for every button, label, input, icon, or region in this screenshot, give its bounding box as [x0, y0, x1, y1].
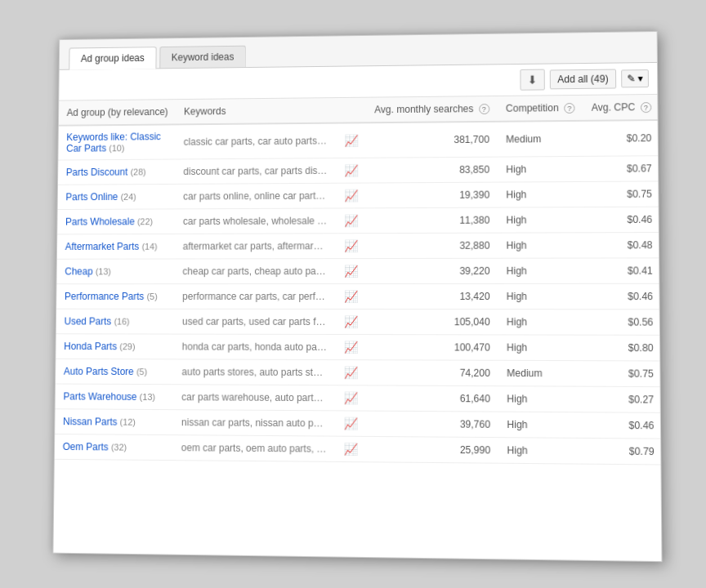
group-name-cell: Parts Warehouse (13) — [56, 384, 174, 410]
group-name-cell: Used Parts (16) — [56, 309, 175, 334]
group-name-link[interactable]: Parts Discount (28) — [66, 167, 146, 178]
keywords-cell: oem car parts, oem auto parts, oem pa... — [173, 435, 336, 462]
competition-cell: High — [498, 412, 585, 438]
table-row: Parts Online (24) car parts online, onli… — [58, 181, 661, 210]
chart-cell: 📈 — [336, 309, 366, 334]
download-button[interactable]: ⬇ — [521, 69, 545, 91]
monthly-searches-cell: 83,850 — [366, 157, 498, 183]
header-competition: Competition ? — [498, 96, 583, 122]
chart-icon[interactable]: 📈 — [344, 239, 358, 252]
group-name-link[interactable]: Parts Wholesale (22) — [65, 216, 153, 227]
cpc-cell: $0.46 — [584, 283, 660, 309]
monthly-searches-cell: 39,220 — [366, 258, 498, 283]
chart-cell: 📈 — [336, 183, 366, 208]
cpc-cell: $0.67 — [583, 156, 660, 182]
group-name-link[interactable]: Honda Parts (29) — [64, 341, 135, 352]
header-keywords: Keywords — [176, 98, 337, 124]
group-name-cell: Nissan Parts (12) — [55, 409, 173, 435]
main-window: Ad group ideas Keyword ideas ⬇ Add all (… — [52, 31, 662, 562]
chart-icon[interactable]: 📈 — [344, 290, 358, 303]
cpc-cell: $0.46 — [585, 412, 660, 439]
chart-icon[interactable]: 📈 — [344, 315, 358, 328]
monthly-help-icon[interactable]: ? — [479, 104, 489, 114]
cpc-help-icon[interactable]: ? — [641, 102, 651, 113]
download-icon: ⬇ — [528, 74, 538, 87]
chart-icon[interactable]: 📈 — [344, 416, 358, 430]
table-row: Oem Parts (32) oem car parts, oem auto p… — [55, 434, 661, 465]
tab-keyword-ideas[interactable]: Keyword ideas — [159, 46, 246, 69]
group-name-link[interactable]: Aftermarket Parts (14) — [65, 241, 158, 252]
monthly-searches-cell: 11,380 — [366, 207, 498, 234]
competition-cell: High — [498, 181, 583, 207]
chart-icon[interactable]: 📈 — [344, 189, 358, 203]
keywords-cell: aftermarket car parts, aftermarket auto … — [175, 234, 336, 259]
monthly-searches-cell: 25,990 — [366, 436, 499, 463]
table-row: Parts Warehouse (13) car parts warehouse… — [56, 384, 661, 413]
arrow-cell[interactable]: » — [660, 155, 661, 180]
ad-groups-table: Ad group (by relevance) Keywords Avg. mo… — [55, 95, 661, 466]
group-name-cell: Cheap (13) — [56, 259, 174, 284]
table-row: Performance Parts (5) performance car pa… — [56, 283, 660, 310]
monthly-searches-cell: 381,700 — [366, 122, 498, 158]
header-monthly: Avg. monthly searches ? — [366, 96, 498, 122]
chart-icon[interactable]: 📈 — [344, 366, 358, 379]
chart-cell: 📈 — [336, 284, 366, 310]
cpc-cell: $0.56 — [584, 310, 660, 336]
results-table-container: Ad group (by relevance) Keywords Avg. mo… — [55, 95, 661, 466]
group-name-cell: Honda Parts (29) — [56, 334, 174, 359]
competition-cell: Medium — [498, 121, 583, 157]
group-name-link[interactable]: Oem Parts (32) — [63, 441, 127, 453]
header-chart-spacer — [337, 98, 367, 123]
keywords-cell: car parts online, online car parts, chea… — [175, 183, 336, 209]
group-name-link[interactable]: Keywords like: Classic Car Parts (10) — [66, 131, 161, 154]
chart-icon[interactable]: 📈 — [344, 341, 358, 354]
keywords-cell: car parts wholesale, wholesale car part.… — [175, 208, 336, 234]
group-name-cell: Parts Online (24) — [58, 184, 176, 209]
group-name-link[interactable]: Auto Parts Store (5) — [64, 366, 147, 377]
group-name-link[interactable]: Parts Warehouse (13) — [63, 390, 155, 403]
add-all-button[interactable]: Add all (49) — [550, 69, 616, 90]
table-row: Used Parts (16) used car parts, used car… — [56, 309, 661, 335]
tab-ad-group-ideas[interactable]: Ad group ideas — [69, 47, 156, 70]
chart-cell: 📈 — [336, 158, 366, 183]
group-name-link[interactable]: Used Parts (16) — [65, 316, 130, 327]
competition-cell: High — [498, 335, 585, 361]
chart-icon[interactable]: 📈 — [344, 265, 358, 278]
chart-cell: 📈 — [336, 334, 366, 359]
pencil-dropdown-button[interactable]: ✎ ▾ — [621, 69, 649, 87]
keywords-cell: discount car parts, car parts discount, … — [176, 158, 337, 185]
chart-cell: 📈 — [336, 234, 366, 259]
chart-icon[interactable]: 📈 — [344, 443, 358, 456]
competition-help-icon[interactable]: ? — [564, 103, 574, 114]
table-row: Parts Wholesale (22) car parts wholesale… — [57, 207, 660, 234]
cpc-cell: $0.80 — [584, 335, 660, 361]
chart-icon[interactable]: 📈 — [344, 134, 358, 147]
cpc-cell: $0.75 — [583, 181, 660, 207]
group-name-link[interactable]: Cheap (13) — [65, 266, 111, 278]
group-name-cell: Keywords like: Classic Car Parts (10) — [58, 124, 176, 160]
chart-icon[interactable]: 📈 — [344, 214, 358, 227]
arrow-cell[interactable]: » — [659, 120, 660, 156]
keywords-cell: performance car parts, car performance..… — [174, 284, 336, 310]
chart-icon[interactable]: 📈 — [344, 391, 358, 404]
keywords-cell: auto parts stores, auto parts store, aut… — [174, 359, 336, 385]
chart-cell: 📈 — [336, 385, 366, 411]
chart-cell: 📈 — [336, 436, 366, 462]
group-name-link[interactable]: Nissan Parts (12) — [63, 416, 136, 428]
keywords-cell: car parts warehouse, auto parts wareho..… — [173, 385, 336, 411]
cpc-cell: $0.46 — [583, 207, 660, 233]
group-name-link[interactable]: Performance Parts (5) — [65, 291, 158, 302]
chart-cell: 📈 — [337, 122, 367, 158]
header-actions — [659, 95, 660, 120]
monthly-searches-cell: 100,470 — [366, 335, 498, 361]
group-name-cell: Oem Parts (32) — [55, 434, 173, 460]
keywords-cell: cheap car parts, cheap auto parts, car .… — [175, 259, 337, 284]
table-row: Auto Parts Store (5) auto parts stores, … — [56, 359, 660, 386]
competition-cell: High — [498, 283, 584, 309]
cpc-cell: $0.79 — [585, 438, 660, 465]
group-name-link[interactable]: Parts Online (24) — [65, 191, 136, 203]
competition-cell: High — [498, 386, 585, 412]
chart-icon[interactable]: 📈 — [344, 164, 358, 177]
cpc-cell: $0.20 — [583, 120, 660, 156]
chart-cell: 📈 — [336, 208, 366, 234]
